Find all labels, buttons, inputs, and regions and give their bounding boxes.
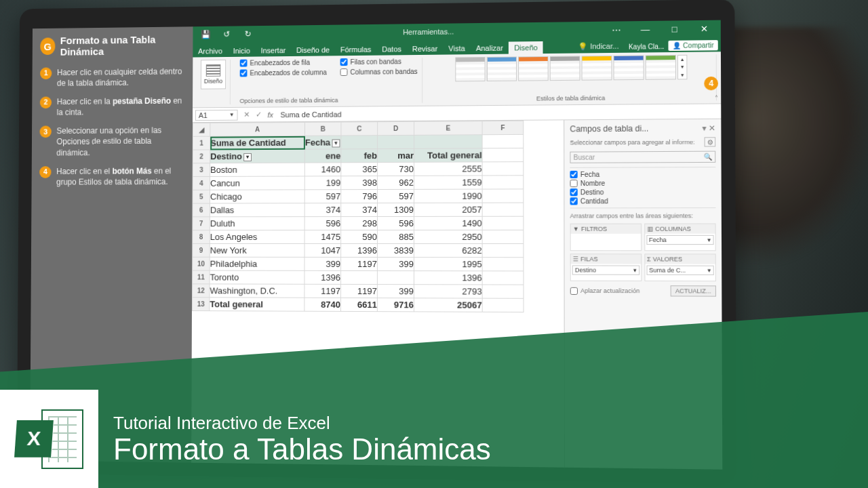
maximize-icon[interactable]: □ xyxy=(662,24,687,35)
cell[interactable] xyxy=(341,270,378,284)
col-header[interactable]: A xyxy=(210,122,305,136)
cell[interactable]: Washington, D.C. xyxy=(210,284,304,298)
formula-input[interactable]: Suma de Cantidad xyxy=(277,106,722,119)
filter-dropdown-icon[interactable]: ▾ xyxy=(332,139,340,147)
cell[interactable]: Cancun xyxy=(210,176,305,190)
area-columns[interactable]: ▥COLUMNASFecha▾ xyxy=(644,224,716,251)
cell[interactable]: 2057 xyxy=(414,203,483,216)
redo-icon[interactable]: ↻ xyxy=(239,27,257,41)
cell[interactable]: 1396 xyxy=(341,243,378,257)
save-icon[interactable]: 💾 xyxy=(197,28,214,41)
name-box[interactable]: A1▼ xyxy=(195,109,238,120)
cell[interactable]: 597 xyxy=(304,190,341,203)
cell[interactable]: 1197 xyxy=(304,284,341,298)
ribbon-tab[interactable]: Archivo xyxy=(193,45,228,57)
field-item[interactable]: Destino xyxy=(570,188,716,197)
cell[interactable]: Chicago xyxy=(210,190,304,203)
chk-row-headers[interactable]: Encabezados de fila xyxy=(240,58,327,66)
field-search-input[interactable]: Buscar🔍 xyxy=(570,151,715,163)
cell[interactable]: 374 xyxy=(304,203,341,217)
area-chip[interactable]: Fecha▾ xyxy=(646,235,714,245)
field-item[interactable]: Fecha xyxy=(570,170,715,178)
cell[interactable]: 365 xyxy=(341,163,378,176)
cell[interactable]: 399 xyxy=(304,257,341,270)
ribbon-collapse-icon[interactable]: ˄ xyxy=(715,94,718,102)
ribbon-tab[interactable]: Datos xyxy=(376,43,407,55)
styles-more-button[interactable]: ▴▾▾ xyxy=(677,55,688,80)
area-chip[interactable]: Suma de C...▾ xyxy=(646,266,714,275)
cancel-formula-icon[interactable]: ✕ xyxy=(240,110,252,119)
cell[interactable]: 730 xyxy=(378,162,414,176)
grid[interactable]: ◢ A B C D E F 1 Suma de Cantidad Fecha▾ xyxy=(191,120,564,467)
cell-A1[interactable]: Suma de Cantidad xyxy=(210,136,305,150)
close-icon[interactable]: ✕ xyxy=(691,23,716,34)
cell[interactable]: 597 xyxy=(378,189,414,203)
cell[interactable]: 596 xyxy=(377,216,414,230)
account-name[interactable]: Kayla Cla... xyxy=(625,41,669,53)
cell[interactable]: Fecha▾ xyxy=(304,136,341,149)
cell[interactable] xyxy=(377,271,414,285)
row-header[interactable]: 12 xyxy=(193,284,210,298)
row-header[interactable]: 9 xyxy=(193,243,210,257)
cell[interactable]: New York xyxy=(210,243,304,257)
chk-banded-cols[interactable]: Columnas con bandas xyxy=(340,68,418,76)
undo-icon[interactable]: ↺ xyxy=(218,27,236,41)
row-header[interactable]: 3 xyxy=(193,163,210,177)
cell[interactable]: Duluth xyxy=(210,217,304,230)
defer-update[interactable]: Aplazar actualización xyxy=(570,287,640,294)
gear-icon[interactable]: ⚙ xyxy=(705,137,716,146)
cell[interactable]: 199 xyxy=(304,176,341,190)
area-values[interactable]: ΣVALORESSuma de C...▾ xyxy=(644,253,716,281)
select-all[interactable]: ◢ xyxy=(193,123,210,136)
chk-banded-rows[interactable]: Filas con bandas xyxy=(340,58,418,66)
cell[interactable]: 399 xyxy=(377,258,414,271)
ribbon-tab[interactable]: Analizar xyxy=(471,42,509,55)
col-header[interactable]: B xyxy=(304,122,341,136)
cell[interactable]: 1995 xyxy=(414,258,482,271)
row-header[interactable]: 1 xyxy=(193,136,210,150)
cell[interactable]: 298 xyxy=(341,217,378,230)
ribbon-tab[interactable]: Diseño de xyxy=(291,43,335,56)
ribbon-options-icon[interactable]: ⋯ xyxy=(604,24,629,35)
area-filters[interactable]: ▼FILTROS xyxy=(570,224,642,251)
row-header[interactable]: 5 xyxy=(193,190,210,203)
cell[interactable]: 796 xyxy=(341,190,378,203)
row-header[interactable]: 4 xyxy=(193,176,210,190)
style-thumb[interactable] xyxy=(614,56,644,81)
row-header[interactable]: 7 xyxy=(193,217,210,230)
row-header[interactable]: 11 xyxy=(193,270,210,284)
ribbon-tab[interactable]: Inicio xyxy=(228,45,256,57)
enter-formula-icon[interactable]: ✓ xyxy=(252,110,264,119)
area-chip[interactable]: Destino▾ xyxy=(572,265,639,274)
ribbon-tab[interactable]: Vista xyxy=(443,42,470,54)
cell[interactable]: Dallas xyxy=(210,203,304,217)
cell[interactable]: 1490 xyxy=(414,216,483,230)
row-header[interactable]: 13 xyxy=(192,298,210,311)
minimize-icon[interactable]: — xyxy=(633,24,658,35)
cell[interactable]: 1197 xyxy=(341,257,378,270)
ribbon-tab[interactable]: Insertar xyxy=(256,44,291,56)
style-thumb[interactable] xyxy=(487,56,517,81)
cell[interactable]: 1475 xyxy=(304,230,341,244)
cell[interactable]: 3839 xyxy=(377,244,414,258)
cell[interactable]: 590 xyxy=(341,230,378,243)
cell[interactable]: 1197 xyxy=(341,284,378,298)
style-thumb[interactable] xyxy=(518,56,549,81)
style-thumb[interactable] xyxy=(550,56,580,81)
row-header[interactable]: 10 xyxy=(193,257,210,270)
style-thumb[interactable] xyxy=(456,57,486,81)
cell[interactable]: Boston xyxy=(210,163,305,176)
cell[interactable]: Los Angeles xyxy=(210,230,304,244)
field-item[interactable]: Nombre xyxy=(570,179,715,187)
cell[interactable]: 2793 xyxy=(414,285,482,298)
cell[interactable]: Destino▾ xyxy=(210,149,305,163)
area-rows[interactable]: ☰FILASDestino▾ xyxy=(570,253,642,281)
cell[interactable]: 1047 xyxy=(304,243,341,257)
cell[interactable]: 2555 xyxy=(414,162,483,176)
share-button[interactable]: 👤Compartir xyxy=(669,40,718,51)
chk-col-headers[interactable]: Encabezados de columna xyxy=(240,68,327,77)
cell[interactable]: Philadelphia xyxy=(210,257,304,270)
row-header[interactable]: 8 xyxy=(193,230,210,244)
cell[interactable]: 1309 xyxy=(378,203,414,216)
close-pane-icon[interactable]: ▾ ✕ xyxy=(702,123,715,133)
